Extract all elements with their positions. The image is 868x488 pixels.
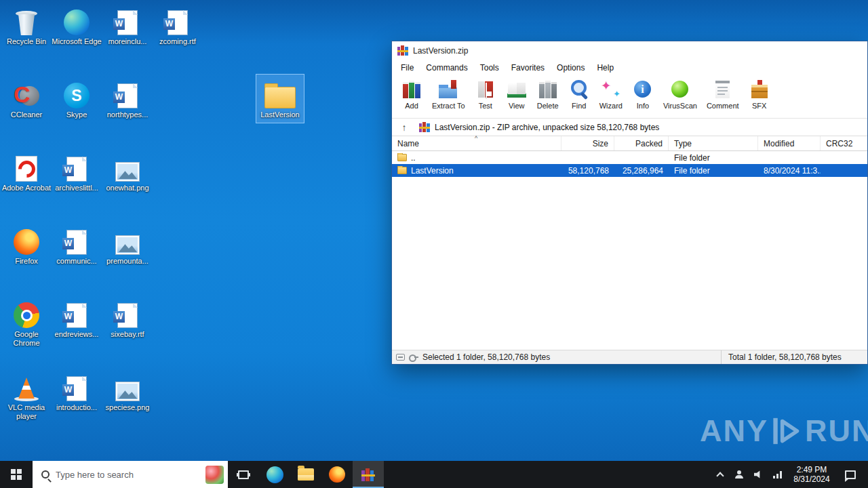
column-header-crc32[interactable]: CRC32 — [821, 136, 867, 150]
extract-to-button[interactable]: Extract To — [427, 78, 470, 110]
desktop-icon-zcoming-rtf[interactable]: zcoming.rtf — [153, 4, 203, 46]
chevron-up-icon — [716, 472, 724, 479]
desktop-icon-adobe-acrobat[interactable]: Adobe Acrobat — [1, 150, 52, 192]
desktop-icon-communic[interactable]: communic... — [52, 224, 102, 266]
desktop-icon-sixebay-rtf[interactable]: sixebay.rtf — [102, 297, 153, 339]
word-document-icon — [117, 77, 138, 108]
find-button[interactable]: Find — [564, 78, 595, 110]
virusscan-button[interactable]: VirusScan — [658, 78, 702, 110]
desktop-icon-skype[interactable]: Skype — [52, 77, 102, 119]
test-button[interactable]: Test — [470, 78, 501, 110]
search-input[interactable] — [56, 470, 199, 480]
winrar-app-icon — [397, 45, 408, 56]
desktop-icon-northtypes[interactable]: northtypes... — [102, 77, 153, 119]
extract-to-icon — [437, 79, 459, 100]
desktop-icon-label: moreinclu... — [108, 37, 147, 46]
wizard-button[interactable]: Wizard — [595, 78, 627, 110]
desktop-icon-speciese-png[interactable]: speciese.png — [102, 370, 153, 412]
delete-icon — [537, 79, 559, 100]
key-icon[interactable] — [409, 354, 418, 361]
comment-icon — [712, 79, 734, 100]
menu-help[interactable]: Help — [591, 63, 620, 73]
desktop-icon-label: Microsoft Edge — [52, 37, 101, 46]
menu-file[interactable]: File — [395, 63, 420, 73]
vlc-icon — [14, 370, 39, 401]
desktop-icon-firefox[interactable]: Firefox — [1, 224, 52, 266]
tray-meet-now-button[interactable] — [730, 461, 748, 488]
find-icon — [568, 79, 590, 100]
word-document-icon — [167, 4, 188, 35]
image-file-icon — [115, 224, 140, 255]
word-document-icon — [66, 297, 87, 328]
window-title: LastVersion.zip — [413, 46, 468, 56]
window-titlebar[interactable]: LastVersion.zip — [392, 41, 867, 60]
taskbar-explorer-button[interactable] — [290, 461, 321, 488]
system-tray: 2:49 PM 8/31/2024 — [711, 461, 868, 488]
up-one-level-button[interactable]: ↑ — [394, 120, 414, 135]
desktop-icon-onewhat-png[interactable]: onewhat.png — [102, 150, 153, 192]
desktop-icon-moreinclu[interactable]: moreinclu... — [102, 4, 153, 46]
desktop-icon-introductio[interactable]: introductio... — [52, 370, 102, 412]
table-row-lastversion[interactable]: LastVersion 58,120,768 25,286,964 File f… — [392, 164, 867, 177]
desktop-icon-lastversion-folder[interactable]: LastVersion — [256, 74, 304, 123]
edge-icon — [64, 4, 90, 35]
desktop-icon-ccleaner[interactable]: CCleaner — [1, 77, 52, 119]
view-icon — [506, 79, 528, 100]
desktop-icon-label: LastVersion — [260, 110, 299, 119]
firefox-icon — [329, 466, 345, 483]
image-file-icon — [115, 150, 140, 182]
taskbar-winrar-button[interactable] — [353, 461, 384, 488]
start-button[interactable] — [0, 461, 33, 488]
archive-path[interactable]: LastVersion.zip - ZIP archive, unpacked … — [435, 123, 659, 132]
tray-network-button[interactable] — [768, 461, 786, 488]
column-header-modified[interactable]: Modified — [758, 136, 821, 150]
table-row-parent-dir[interactable]: .. File folder — [392, 151, 867, 164]
taskbar-edge-button[interactable] — [259, 461, 290, 488]
column-header-packed[interactable]: Packed — [614, 136, 669, 150]
desktop-icon-microsoft-edge[interactable]: Microsoft Edge — [52, 4, 102, 46]
menu-favorites[interactable]: Favorites — [505, 63, 551, 73]
info-button[interactable]: Info — [627, 78, 658, 110]
column-header-size[interactable]: Size — [561, 136, 614, 150]
edge-icon — [267, 466, 283, 483]
delete-button[interactable]: Delete — [532, 78, 564, 110]
view-button[interactable]: View — [501, 78, 532, 110]
column-header-type[interactable]: Type — [669, 136, 758, 150]
search-icon — [41, 470, 50, 479]
menu-tools[interactable]: Tools — [474, 63, 505, 73]
action-center-button[interactable] — [837, 470, 863, 479]
acrobat-icon — [16, 150, 37, 182]
image-file-icon — [115, 370, 140, 401]
desktop-icon-label: speciese.png — [106, 403, 150, 412]
winrar-icon — [361, 468, 375, 481]
menu-options[interactable]: Options — [551, 63, 591, 73]
virusscan-icon — [669, 79, 691, 100]
desktop-icon-archiveslittl[interactable]: archiveslittl... — [52, 150, 102, 192]
archive-icon — [419, 122, 430, 132]
task-view-icon — [238, 470, 249, 479]
taskbar-firefox-button[interactable] — [321, 461, 353, 488]
sfx-button[interactable]: SFX — [744, 78, 775, 110]
folder-icon — [397, 154, 407, 161]
menu-bar: File Commands Tools Favorites Options He… — [392, 60, 867, 75]
folder-icon — [264, 77, 296, 108]
desktop-icon-endreviews[interactable]: endreviews... — [52, 297, 102, 339]
person-icon — [735, 470, 743, 479]
add-button[interactable]: Add — [396, 78, 427, 110]
task-view-button[interactable] — [228, 461, 259, 488]
desktop-icon-vlc[interactable]: VLC media player — [1, 370, 52, 421]
menu-commands[interactable]: Commands — [420, 63, 473, 73]
word-document-icon — [66, 370, 87, 401]
taskbar-search[interactable] — [33, 461, 228, 488]
network-icon — [773, 471, 782, 479]
news-interests-icon[interactable] — [205, 466, 224, 484]
tray-hidden-icons-button[interactable] — [711, 461, 729, 488]
desktop-icon-recycle-bin[interactable]: Recycle Bin — [1, 4, 52, 46]
desktop-icon-google-chrome[interactable]: Google Chrome — [1, 297, 52, 348]
firefox-icon — [14, 224, 39, 255]
comment-button[interactable]: Comment — [702, 78, 744, 110]
desktop: Recycle Bin Microsoft Edge moreinclu... … — [1, 0, 218, 461]
taskbar-clock[interactable]: 2:49 PM 8/31/2024 — [787, 465, 836, 484]
tray-volume-button[interactable] — [749, 461, 767, 488]
desktop-icon-premounta[interactable]: premounta... — [102, 224, 153, 266]
